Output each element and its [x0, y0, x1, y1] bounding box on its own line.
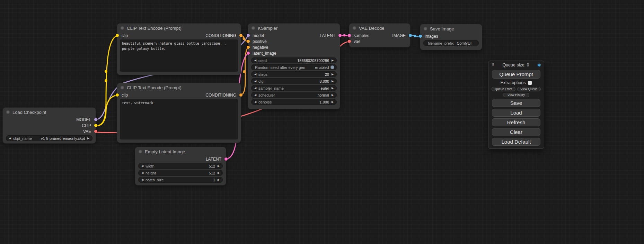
node-title: Empty Latent Image [145, 149, 185, 154]
node-clip-text-encode-positive[interactable]: CLIP Text Encode (Prompt) clip CONDITION… [117, 24, 241, 75]
images-input-port[interactable] [419, 35, 422, 38]
collapse-dot-icon[interactable] [121, 26, 124, 30]
clip-output-port[interactable] [94, 124, 97, 127]
prompt-textarea[interactable]: beautiful scenery nature glass bottle la… [120, 39, 238, 72]
settings-gear-icon[interactable]: ✱ [537, 63, 541, 68]
collapse-dot-icon[interactable] [121, 86, 124, 89]
prompt-textarea[interactable]: text, watermark [120, 99, 238, 139]
ckpt-name-widget[interactable]: ◀ ckpt_name v1-5-pruned-emaonly.ckpt ▶ [6, 135, 92, 141]
decrement-arrow-icon[interactable]: ◀ [254, 80, 257, 83]
decrement-arrow-icon[interactable]: ◀ [8, 137, 12, 140]
node-load-checkpoint[interactable]: Load Checkpoint MODEL CLIP VAE ◀ ckpt_na… [3, 108, 96, 143]
collapse-dot-icon[interactable] [6, 110, 10, 114]
slot-label: vae [354, 39, 360, 44]
vae-output-port[interactable] [94, 130, 97, 133]
link-midpoint-dot [105, 70, 107, 73]
widget-label: cfg [258, 79, 264, 83]
decrement-arrow-icon[interactable]: ◀ [141, 171, 144, 174]
decrement-arrow-icon[interactable]: ◀ [254, 100, 257, 103]
latent-output-port[interactable] [224, 157, 228, 161]
load-default-button[interactable]: Load Default [492, 138, 540, 146]
negative-input-port[interactable] [247, 46, 250, 49]
scheduler-widget[interactable]: ◀ scheduler normal ▶ [251, 92, 337, 98]
decrement-arrow-icon[interactable]: ◀ [254, 73, 257, 76]
widget-label: scheduler [258, 93, 275, 97]
node-clip-text-encode-negative[interactable]: CLIP Text Encode (Prompt) clip CONDITION… [117, 83, 241, 143]
node-title: KSampler [258, 26, 277, 31]
toggle-dot-icon[interactable] [330, 65, 334, 69]
increment-arrow-icon[interactable]: ▶ [331, 100, 334, 103]
widget-label: denoise [258, 100, 272, 104]
clip-input-port[interactable] [116, 34, 119, 37]
slot-model-output: MODEL [3, 117, 96, 123]
collapse-dot-icon[interactable] [424, 27, 427, 30]
queue-front-button[interactable]: Queue Front [492, 87, 515, 91]
samples-input-port[interactable] [348, 34, 351, 37]
increment-arrow-icon[interactable]: ▶ [331, 93, 334, 97]
decrement-arrow-icon[interactable]: ◀ [254, 87, 257, 90]
extra-options-checkbox[interactable] [528, 81, 532, 85]
positive-input-port[interactable] [247, 40, 250, 43]
model-input-port[interactable] [247, 34, 250, 37]
conditioning-output-port[interactable] [239, 93, 242, 97]
increment-arrow-icon[interactable]: ▶ [331, 59, 334, 62]
slot-latent-image-input: latent_image [248, 50, 340, 56]
link-midpoint-dot [343, 34, 346, 37]
queue-prompt-button[interactable]: Queue Prompt [492, 70, 540, 79]
vae-input-port[interactable] [348, 40, 351, 43]
graph-canvas[interactable]: Load Checkpoint MODEL CLIP VAE ◀ ckpt_na… [0, 0, 644, 244]
image-output-port[interactable] [409, 34, 412, 37]
cfg-widget[interactable]: ◀ cfg 8.000 ▶ [251, 78, 337, 84]
link-negative-conditioning [241, 47, 248, 95]
collapse-dot-icon[interactable] [139, 150, 142, 153]
increment-arrow-icon[interactable]: ▶ [331, 80, 334, 83]
increment-arrow-icon[interactable]: ▶ [87, 137, 90, 140]
seed-widget[interactable]: ◀ seed 156680208700286 ▶ [251, 57, 337, 63]
decrement-arrow-icon[interactable]: ◀ [141, 178, 144, 181]
conditioning-output-port[interactable] [239, 34, 242, 37]
latent-image-input-port[interactable] [247, 52, 250, 55]
widget-label: batch_size [145, 178, 164, 182]
steps-widget[interactable]: ◀ steps 20 ▶ [251, 71, 337, 77]
widget-label: sampler_name [258, 86, 284, 90]
collapse-dot-icon[interactable] [252, 26, 255, 30]
widget-value: enabled [315, 65, 329, 70]
node-ksampler[interactable]: KSampler model positive negative latent_… [248, 24, 340, 109]
model-output-port[interactable] [94, 118, 97, 121]
node-vae-decode[interactable]: VAE Decode samples IMAGE vae [349, 24, 410, 47]
filename-prefix-widget[interactable]: filename_prefix ComfyUI [423, 40, 479, 46]
height-widget[interactable]: ◀ height 512 ▶ [138, 170, 223, 176]
node-save-image[interactable]: Save Image images filename_prefix ComfyU… [420, 24, 482, 50]
drag-handle-icon[interactable]: ⠿ [491, 63, 494, 67]
slot-label: LATENT [320, 33, 335, 38]
width-widget[interactable]: ◀ width 512 ▶ [138, 163, 223, 169]
latent-output-port[interactable] [338, 34, 342, 37]
increment-arrow-icon[interactable]: ▶ [331, 87, 334, 90]
widget-value: 8.000 [319, 79, 329, 83]
increment-arrow-icon[interactable]: ▶ [331, 73, 334, 76]
refresh-button[interactable]: Refresh [492, 118, 540, 126]
sampler-name-widget[interactable]: ◀ sampler_name euler ▶ [251, 85, 337, 91]
node-empty-latent-image[interactable]: Empty Latent Image LATENT ◀ width 512 ▶ … [135, 147, 226, 185]
node-header: CLIP Text Encode (Prompt) [117, 24, 241, 33]
clear-button[interactable]: Clear [492, 128, 540, 136]
increment-arrow-icon[interactable]: ▶ [217, 164, 220, 168]
random-seed-toggle-widget[interactable]: Random seed after every gen enabled [251, 64, 337, 70]
load-button[interactable]: Load [492, 109, 540, 117]
view-queue-button[interactable]: View Queue [517, 87, 541, 91]
collapse-dot-icon[interactable] [353, 26, 356, 30]
slot-latent-output: LATENT [291, 33, 340, 38]
slot-label: IMAGE [392, 33, 406, 38]
widget-value: normal [317, 93, 329, 97]
save-button[interactable]: Save [492, 99, 540, 107]
clip-input-port[interactable] [116, 93, 119, 97]
increment-arrow-icon[interactable]: ▶ [217, 178, 220, 181]
decrement-arrow-icon[interactable]: ◀ [254, 59, 257, 62]
decrement-arrow-icon[interactable]: ◀ [141, 164, 144, 168]
increment-arrow-icon[interactable]: ▶ [217, 171, 220, 174]
view-history-button[interactable]: View History [503, 93, 529, 97]
denoise-widget[interactable]: ◀ denoise 1.000 ▶ [251, 99, 337, 105]
batch-size-widget[interactable]: ◀ batch_size 1 ▶ [138, 177, 223, 183]
widget-label: width [145, 164, 155, 168]
decrement-arrow-icon[interactable]: ◀ [254, 93, 257, 97]
